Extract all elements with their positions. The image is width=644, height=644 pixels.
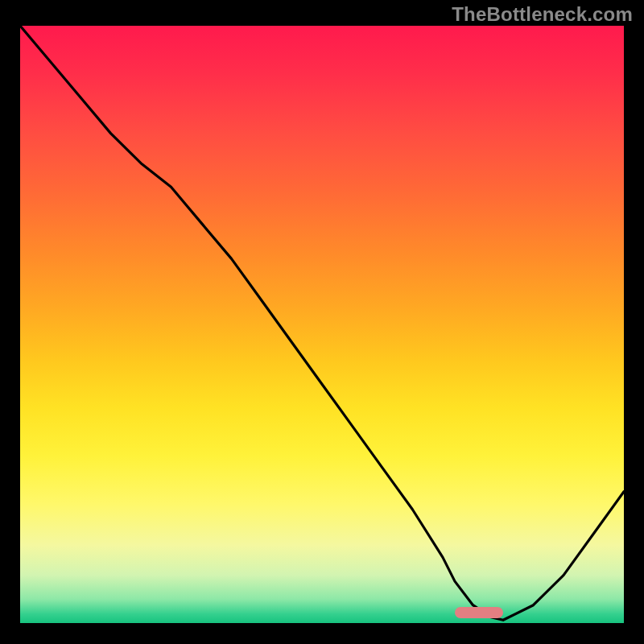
bottleneck-curve (20, 26, 624, 623)
watermark-text: TheBottleneck.com (452, 3, 633, 26)
optimum-range-marker (455, 607, 503, 618)
curve-path (20, 26, 624, 620)
chart-frame: TheBottleneck.com (0, 0, 644, 644)
plot-area (20, 26, 624, 623)
